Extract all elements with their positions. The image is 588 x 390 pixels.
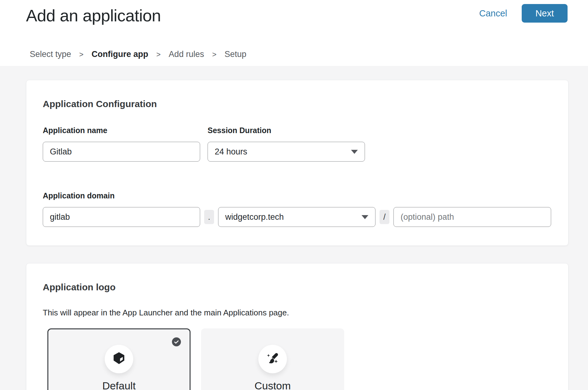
next-button[interactable]: Next	[522, 4, 568, 23]
session-duration-select[interactable]: 24 hours	[208, 142, 365, 162]
logo-card-description: This will appear in the App Launcher and…	[43, 308, 552, 318]
application-configuration-card: Application Configuration Application na…	[26, 80, 568, 246]
chevron-down-icon	[362, 215, 368, 219]
dot-separator: .	[204, 210, 214, 224]
session-duration-group: Session Duration 24 hours	[208, 126, 365, 162]
paintbrush-icon	[265, 351, 280, 367]
breadcrumb-add-rules[interactable]: Add rules	[169, 50, 204, 59]
slash-separator: /	[380, 210, 389, 224]
logo-option-custom[interactable]: Custom	[201, 328, 344, 390]
application-name-input[interactable]	[43, 142, 200, 162]
logo-option-default[interactable]: Default	[47, 328, 191, 390]
page-header: Add an application Cancel Next Select ty…	[0, 0, 588, 66]
header-actions: Cancel Next	[479, 4, 568, 23]
path-input[interactable]	[393, 207, 551, 227]
default-logo-circle	[105, 345, 133, 373]
content-area: Application Configuration Application na…	[0, 66, 588, 390]
config-card-title: Application Configuration	[43, 99, 552, 109]
logo-card-title: Application logo	[43, 282, 552, 292]
breadcrumb-separator: >	[212, 50, 217, 59]
cancel-button[interactable]: Cancel	[479, 4, 507, 23]
subdomain-input[interactable]	[43, 207, 200, 227]
custom-logo-circle	[258, 345, 287, 373]
application-domain-label: Application domain	[43, 191, 552, 200]
breadcrumb: Select type > Configure app > Add rules …	[30, 50, 246, 59]
chevron-down-icon	[351, 150, 358, 154]
breadcrumb-separator: >	[156, 50, 161, 59]
session-duration-value: 24 hours	[215, 147, 247, 157]
application-domain-row: . widgetcorp.tech /	[43, 207, 552, 227]
check-icon	[172, 337, 181, 346]
session-duration-label: Session Duration	[208, 126, 365, 135]
application-name-group: Application name	[43, 126, 200, 162]
cube-icon	[112, 351, 126, 367]
breadcrumb-configure-app[interactable]: Configure app	[92, 50, 148, 59]
breadcrumb-select-type[interactable]: Select type	[30, 50, 71, 59]
application-name-label: Application name	[43, 126, 200, 135]
page-title: Add an application	[26, 5, 161, 26]
breadcrumb-setup[interactable]: Setup	[225, 50, 247, 59]
breadcrumb-separator: >	[79, 50, 84, 59]
logo-option-label: Default	[102, 380, 136, 390]
domain-select-value: widgetcorp.tech	[225, 212, 284, 222]
logo-option-label: Custom	[254, 380, 291, 390]
domain-select[interactable]: widgetcorp.tech	[218, 207, 375, 227]
logo-option-tiles: Default Custom	[47, 328, 552, 390]
application-logo-card: Application logo This will appear in the…	[26, 263, 568, 390]
